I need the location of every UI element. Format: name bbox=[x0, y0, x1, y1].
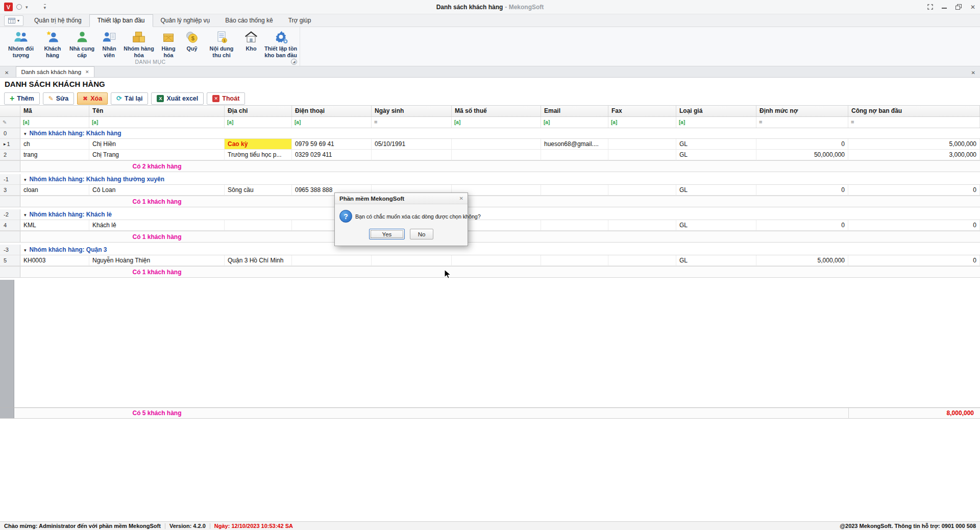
cell-opening-debt[interactable]: 5,000,000 bbox=[848, 139, 980, 150]
collapse-arrow-icon[interactable]: ▾ bbox=[24, 177, 27, 182]
collapse-arrow-icon[interactable]: ▾ bbox=[24, 131, 27, 136]
delete-button[interactable]: ✖Xóa bbox=[77, 92, 108, 105]
cell-birthday[interactable] bbox=[372, 150, 452, 160]
fullscreen-icon[interactable] bbox=[923, 0, 937, 14]
cell-price-type[interactable]: GL bbox=[676, 255, 756, 266]
cell-phone[interactable] bbox=[292, 255, 372, 266]
ribbon-item-income-expense-content[interactable]: Nội dung thu chi bbox=[204, 29, 239, 59]
column-header-phone[interactable]: Điện thoại bbox=[292, 106, 372, 116]
filter-cell-opening-debt[interactable]: = bbox=[848, 117, 980, 128]
cell-price-type[interactable]: GL bbox=[676, 220, 756, 231]
column-header-birthday[interactable]: Ngày sinh bbox=[372, 106, 452, 116]
cell-opening-debt[interactable]: 0 bbox=[848, 220, 980, 231]
equals-filter-icon[interactable]: = bbox=[851, 119, 854, 125]
add-button[interactable]: +Thêm bbox=[4, 92, 40, 105]
no-button[interactable]: No bbox=[410, 229, 433, 239]
table-row[interactable]: 3cloanCô LoanSông cầu0965 388 888GL00 bbox=[0, 185, 980, 196]
filter-cell-debt-limit[interactable]: = bbox=[756, 117, 848, 128]
column-header-address[interactable]: Địa chỉ bbox=[225, 106, 292, 116]
reload-button[interactable]: ⟳Tải lại bbox=[111, 92, 148, 105]
contains-filter-icon[interactable]: [a] bbox=[92, 119, 98, 125]
quick-access-dropdown-icon[interactable]: ▾ bbox=[26, 5, 28, 10]
cell-birthday[interactable] bbox=[372, 255, 452, 266]
group-dialog-launcher-icon[interactable]: ◢ bbox=[291, 59, 297, 65]
exit-button[interactable]: ✕Thoát bbox=[207, 92, 245, 105]
ribbon-tab-report-statistics[interactable]: Báo cáo thống kê bbox=[217, 15, 280, 27]
ribbon-item-customer[interactable]: Khách hàng bbox=[39, 29, 66, 59]
group-row[interactable]: -3▾Nhóm khách hàng: Quận 3 bbox=[0, 245, 980, 255]
customize-toolbar-icon[interactable]: ▾ bbox=[44, 4, 46, 10]
cell-address[interactable]: Quận 3 Hồ Chí Minh bbox=[225, 255, 292, 266]
group-row[interactable]: 0▾Nhóm khách hàng: Khách hàng bbox=[0, 128, 980, 139]
close-all-tabs-icon[interactable]: ✕ bbox=[971, 70, 975, 76]
filter-cell-price-type[interactable]: [a] bbox=[676, 117, 756, 128]
cell-fax[interactable] bbox=[608, 185, 676, 196]
filter-cell-email[interactable]: [a] bbox=[541, 117, 608, 128]
ribbon-tab-system-admin[interactable]: Quản trị hệ thống bbox=[27, 15, 89, 27]
ribbon-tab-help[interactable]: Trợ giúp bbox=[281, 15, 319, 27]
application-menu-button[interactable]: ▾ bbox=[4, 15, 23, 26]
export-excel-button[interactable]: XXuất excel bbox=[151, 92, 204, 105]
column-header-debt-limit[interactable]: Định mức nợ bbox=[756, 106, 848, 116]
ribbon-item-goods-group[interactable]: Nhóm hàng hóa bbox=[121, 29, 157, 59]
tab-close-icon[interactable]: ✕ bbox=[85, 69, 89, 75]
contains-filter-icon[interactable]: [a] bbox=[23, 119, 29, 125]
close-document-icon[interactable]: ✕ bbox=[5, 70, 9, 76]
cell-address[interactable]: Trường tiểu học p... bbox=[225, 150, 292, 160]
cell-fax[interactable] bbox=[608, 255, 676, 266]
cell-debt-limit[interactable]: 0 bbox=[756, 220, 848, 231]
column-header-email[interactable]: Email bbox=[541, 106, 608, 116]
ribbon-item-goods[interactable]: Hàng hóa bbox=[157, 29, 180, 59]
group-row[interactable]: -1▾Nhóm khách hàng: Khách hàng thường xu… bbox=[0, 174, 980, 185]
column-header-tax-code[interactable]: Mã số thuế bbox=[452, 106, 541, 116]
contains-filter-icon[interactable]: [a] bbox=[295, 119, 301, 125]
column-header-opening-debt[interactable]: Công nợ ban đầu bbox=[848, 106, 980, 116]
equals-filter-icon[interactable]: = bbox=[759, 119, 762, 125]
cell-tax-code[interactable] bbox=[452, 139, 541, 150]
contains-filter-icon[interactable]: [a] bbox=[227, 119, 233, 125]
cell-name[interactable]: Khách lẻ bbox=[89, 220, 225, 231]
cell-debt-limit[interactable]: 0 bbox=[756, 139, 848, 150]
cell-email[interactable] bbox=[541, 220, 608, 231]
column-header-fax[interactable]: Fax bbox=[608, 106, 676, 116]
cell-name[interactable]: Cô Loan bbox=[89, 185, 225, 196]
ribbon-item-fund[interactable]: Quỹ bbox=[180, 29, 204, 53]
document-tab-customer-list[interactable]: Danh sách khách hàng ✕ bbox=[16, 66, 94, 77]
equals-filter-icon[interactable]: = bbox=[374, 119, 377, 125]
ribbon-tab-initial-setup[interactable]: Thiết lập ban đầu bbox=[89, 14, 153, 27]
cell-name[interactable]: Chị Trang bbox=[89, 150, 225, 160]
cell-name[interactable]: Chị Hiền bbox=[89, 139, 225, 150]
contains-filter-icon[interactable]: [a] bbox=[454, 119, 460, 125]
cell-fax[interactable] bbox=[608, 139, 676, 150]
quick-access-circle-icon[interactable] bbox=[16, 4, 22, 10]
ribbon-item-supplier[interactable]: Nhà cung cấp bbox=[66, 29, 97, 59]
cell-address[interactable]: Cao kỳ bbox=[225, 139, 292, 150]
filter-cell-phone[interactable]: [a] bbox=[292, 117, 372, 128]
table-row[interactable]: 2trangChị TrangTrường tiểu học p...0329 … bbox=[0, 150, 980, 160]
cell-opening-debt[interactable]: 3,000,000 bbox=[848, 150, 980, 160]
ribbon-item-warehouse[interactable]: Kho bbox=[239, 29, 263, 53]
column-header-code[interactable]: Mã bbox=[20, 106, 89, 116]
cell-name[interactable]: Nguyễn Hoàng Thiện bbox=[89, 255, 225, 266]
filter-cell-code[interactable]: [a] bbox=[20, 117, 89, 128]
cell-code[interactable]: cloan bbox=[20, 185, 89, 196]
ribbon-item-object-group[interactable]: Nhóm đối tượng bbox=[3, 29, 39, 59]
cell-tax-code[interactable] bbox=[452, 255, 541, 266]
cell-price-type[interactable]: GL bbox=[676, 150, 756, 160]
yes-button[interactable]: Yes bbox=[369, 229, 405, 239]
collapse-arrow-icon[interactable]: ▾ bbox=[24, 212, 27, 218]
cell-code[interactable]: KML bbox=[20, 220, 89, 231]
ribbon-tab-business-management[interactable]: Quản lý nghiệp vụ bbox=[153, 15, 218, 27]
cell-fax[interactable] bbox=[608, 150, 676, 160]
cell-phone[interactable]: 0979 59 69 41 bbox=[292, 139, 372, 150]
filter-cell-tax-code[interactable]: [a] bbox=[452, 117, 541, 128]
cell-price-type[interactable]: GL bbox=[676, 185, 756, 196]
cell-opening-debt[interactable]: 0 bbox=[848, 185, 980, 196]
ribbon-item-initial-inventory-setup[interactable]: Thiết lập tồn kho ban đầu bbox=[263, 29, 299, 59]
cell-tax-code[interactable] bbox=[452, 150, 541, 160]
restore-icon[interactable] bbox=[951, 0, 966, 14]
group-row[interactable]: -2▾Nhóm khách hàng: Khách lẻ bbox=[0, 209, 980, 220]
column-header-price-type[interactable]: Loại giá bbox=[676, 106, 756, 116]
contains-filter-icon[interactable]: [a] bbox=[679, 119, 685, 125]
table-row[interactable]: ▸1chChị HiềnCao kỳ0979 59 69 4105/10/199… bbox=[0, 139, 980, 150]
